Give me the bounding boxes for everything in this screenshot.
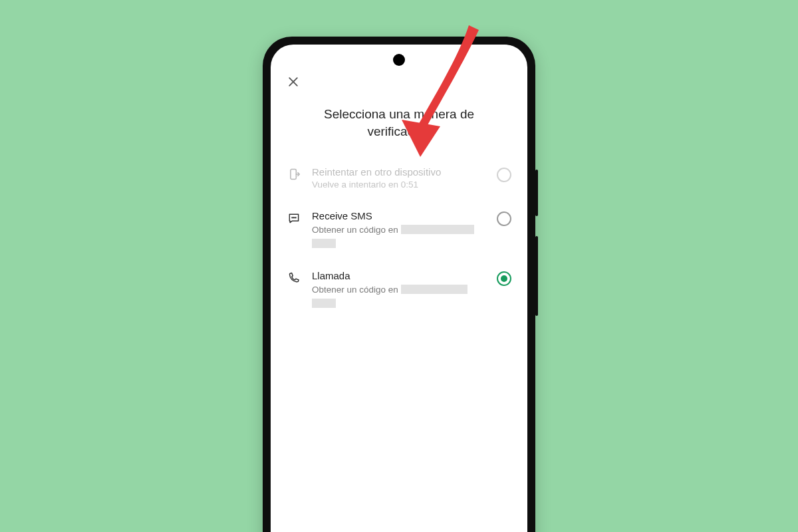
option-body: Llamada Obtener un código en [312, 270, 486, 311]
option-body: Receive SMS Obtener un código en [312, 210, 486, 251]
front-camera [393, 54, 405, 66]
option-subtitle: Obtener un código en [312, 283, 486, 311]
option-title: Reintentar en otro dispositivo [312, 166, 486, 178]
radio-call[interactable] [497, 271, 511, 286]
redacted-phone [401, 285, 467, 294]
redacted-phone-tail [312, 299, 336, 308]
svg-point-3 [292, 217, 293, 217]
app-content: Selecciona una manera de verificación Re… [271, 45, 527, 321]
close-icon[interactable] [287, 75, 300, 88]
option-subtitle: Vuelve a intentarlo en 0:51 [312, 179, 486, 191]
option-title: Receive SMS [312, 210, 486, 221]
radio-sms[interactable] [497, 211, 511, 226]
phone-frame: Selecciona una manera de verificación Re… [263, 37, 535, 532]
option-call[interactable]: Llamada Obtener un código en [287, 261, 511, 321]
redacted-phone [401, 225, 474, 234]
sms-icon [287, 211, 301, 225]
option-retry-other-device: Reintentar en otro dispositivo Vuelve a … [287, 157, 511, 200]
redacted-phone-tail [312, 239, 336, 248]
option-receive-sms[interactable]: Receive SMS Obtener un código en [287, 201, 511, 261]
phone-icon [287, 271, 301, 285]
svg-point-4 [294, 217, 295, 217]
svg-rect-2 [291, 170, 296, 180]
option-subtitle: Obtener un código en [312, 223, 486, 251]
option-title: Llamada [312, 270, 486, 281]
svg-point-5 [295, 217, 296, 217]
sub-prefix: Obtener un código en [312, 225, 401, 235]
title-line-1: Selecciona una manera de [324, 107, 474, 121]
verification-options: Reintentar en otro dispositivo Vuelve a … [287, 157, 511, 321]
radio-retry [497, 168, 511, 182]
page-title: Selecciona una manera de verificación [287, 106, 511, 140]
device-forward-icon [287, 168, 301, 181]
option-body: Reintentar en otro dispositivo Vuelve a … [312, 166, 486, 191]
sub-prefix: Obtener un código en [312, 285, 401, 295]
title-line-2: verificación [367, 124, 430, 138]
phone-screen: Selecciona una manera de verificación Re… [271, 45, 527, 532]
